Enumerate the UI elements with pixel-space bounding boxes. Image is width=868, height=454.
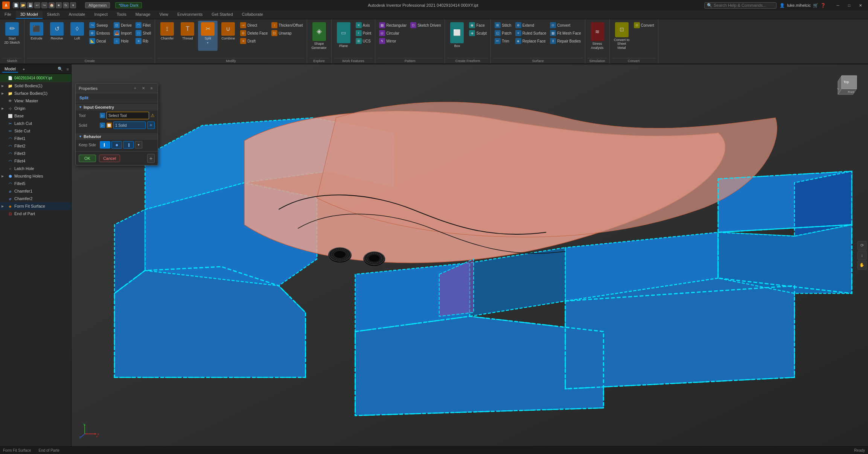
solid-input[interactable]: 1 Solid [113, 121, 146, 129]
btn-mirror[interactable]: ↯Mirror [378, 37, 408, 45]
tab-annotate[interactable]: Annotate [64, 11, 90, 19]
btn-trim[interactable]: ✂Trim [493, 37, 513, 45]
btn-ruled-surface[interactable]: ≡Ruled Surface [514, 29, 548, 37]
btn-thicken[interactable]: ↕Thicken/Offset [270, 21, 304, 29]
tree-side-cut[interactable]: ✂ Side Cut [0, 127, 71, 135]
tree-fillet5[interactable]: ◠ Fillet5 [0, 180, 71, 187]
open-btn[interactable]: 📂 [20, 2, 26, 8]
btn-extend[interactable]: ⊕Extend [514, 21, 548, 29]
search-tree-icon[interactable]: 🔍 [58, 67, 63, 71]
rt-tool-1[interactable]: ⟳ [857, 241, 866, 250]
mark-btn[interactable]: ★ [56, 2, 62, 8]
workspace-label[interactable]: Allgemein [85, 2, 110, 8]
tree-solid-bodies[interactable]: ▶ 📁 Solid Bodies(1) [0, 82, 71, 90]
tree-fillet2[interactable]: ◠ Fillet2 [0, 142, 71, 150]
tree-chamfer2[interactable]: ⌀ Chamfer2 [0, 195, 71, 202]
tab-sketch[interactable]: Sketch [43, 11, 64, 19]
ks-dropdown[interactable]: ▾ [135, 141, 142, 149]
viewcube[interactable]: Top L Front [830, 72, 860, 102]
btn-rib[interactable]: ≡Rib [134, 37, 152, 45]
tree-end-of-part[interactable]: ⊡ End of Part [0, 210, 71, 217]
btn-import[interactable]: 📥Import [112, 29, 133, 37]
tree-view-master[interactable]: 👁 View: Master [0, 97, 71, 105]
btn-sweep[interactable]: 〜Sweep [88, 21, 111, 29]
tree-latch-cut[interactable]: ✂ Latch Cut [0, 120, 71, 127]
props-tab-split[interactable]: Split [76, 93, 158, 102]
btn-fillet[interactable]: ◠Fillet [134, 21, 152, 29]
ks-btn-1[interactable]: ▍ [100, 141, 110, 149]
btn-revolve[interactable]: ↺ Revolve [47, 21, 67, 51]
tree-chamfer1[interactable]: ⌀ Chamfer1 [0, 187, 71, 195]
btn-fit-mesh-face[interactable]: ▦Fit Mesh Face [548, 29, 582, 37]
btn-face[interactable]: ◉Face [468, 21, 488, 29]
tab-3dmodel[interactable]: 3D Model [16, 11, 43, 19]
btn-derive[interactable]: ⊡Derive [112, 21, 133, 29]
minimize-btn[interactable]: ─ [833, 1, 843, 9]
behavior-header[interactable]: ▼ Behavior [76, 133, 158, 140]
btn-convert[interactable]: ⊙Convert [632, 21, 656, 29]
input-geometry-header[interactable]: ▼ Input Geometry [76, 104, 158, 111]
ks-btn-2[interactable]: ◼ [111, 141, 122, 149]
filter-icon[interactable]: ≡ [67, 67, 69, 71]
btn-replace-face[interactable]: ◈Replace Face [514, 37, 548, 45]
tab-view[interactable]: View [155, 11, 173, 19]
search-bar[interactable]: 🔍 [704, 2, 777, 9]
btn-box[interactable]: ⬜ Box [447, 21, 467, 51]
ks-btn-3[interactable]: ▐ [123, 141, 134, 149]
theme-selector[interactable]: *Blue Dark [115, 3, 142, 8]
close-btn[interactable]: ✕ [855, 1, 866, 9]
tab-plus[interactable]: + [20, 66, 27, 72]
tree-fillet3[interactable]: ◠ Fillet3 [0, 150, 71, 157]
solid-add-btn[interactable]: + [147, 121, 155, 129]
btn-thread[interactable]: T Thread [178, 21, 197, 51]
props-menu[interactable]: ≡ [149, 85, 155, 91]
btn-rectangular[interactable]: ▦Rectangular [378, 21, 408, 29]
btn-hole[interactable]: ○Hole [112, 37, 133, 45]
btn-shell[interactable]: □Shell [134, 29, 152, 37]
btn-ucs[interactable]: ⊞UCS [354, 37, 373, 45]
search-input[interactable] [714, 3, 774, 8]
btn-convert-surf[interactable]: ⊙Convert [548, 21, 582, 29]
btn-sketch-driven[interactable]: ⊡Sketch Driven [409, 21, 442, 29]
tab-manage[interactable]: Manage [131, 11, 155, 19]
btn-direct[interactable]: ⊸Direct [239, 21, 269, 29]
tree-form-fit-surface[interactable]: ▶ ◈ Form Fit Surface [0, 202, 71, 210]
btn-plane[interactable]: ▭ Plane [334, 21, 353, 51]
btn-decal[interactable]: 📐Decal [88, 37, 111, 45]
tree-mounting-holes[interactable]: ▶ ⬢ Mounting Holes [0, 172, 71, 180]
btn-unwrap[interactable]: ⊡Unwrap [270, 29, 304, 37]
tab-file[interactable]: File [0, 11, 16, 19]
params-btn[interactable]: fx [63, 2, 69, 8]
btn-draft[interactable]: ≡Draft [239, 37, 269, 45]
home-btn[interactable]: 🏠 [49, 2, 55, 8]
tree-surface-bodies[interactable]: ▶ 📁 Surface Bodies(1) [0, 90, 71, 97]
btn-extrude[interactable]: ⬛ Extrude [27, 21, 46, 51]
tab-model[interactable]: Model [2, 66, 18, 73]
new-btn[interactable]: 📄 [13, 2, 19, 8]
btn-sculpt[interactable]: ◈Sculpt [468, 29, 488, 37]
cart-icon[interactable]: 🛒 [813, 3, 818, 8]
tree-latch-hole[interactable]: ○ Latch Hole [0, 165, 71, 172]
tab-getstarted[interactable]: Get Started [207, 11, 237, 19]
dropdown-btn[interactable]: ▾ [70, 2, 76, 8]
tool-input[interactable]: Select Tool [107, 112, 149, 119]
redo-btn[interactable]: ↪ [41, 2, 47, 8]
btn-split[interactable]: ✂ Split ▾ [198, 21, 218, 51]
btn-convert-sheet-metal[interactable]: ⊡ Convert toSheet Metal [612, 21, 632, 51]
btn-stitch[interactable]: ⊞Stitch [493, 21, 513, 29]
tab-inspect[interactable]: Inspect [90, 11, 112, 19]
btn-delete-face[interactable]: ⊝Delete Face [239, 29, 269, 37]
tab-collaborate[interactable]: Collaborate [238, 11, 268, 19]
btn-combine[interactable]: ∪ Combine [218, 21, 238, 51]
props-close[interactable]: ✕ [140, 85, 146, 91]
tree-origin[interactable]: ▶ ⊹ Origin [0, 105, 71, 112]
ok-button[interactable]: OK [79, 155, 96, 162]
btn-loft[interactable]: ◊ Loft [67, 21, 87, 51]
footer-plus-btn[interactable]: + [147, 154, 155, 163]
tree-base[interactable]: ⬜ Base [0, 112, 71, 120]
props-add-tab[interactable]: + [132, 85, 138, 91]
viewport[interactable]: Top L Front X Y Z ✕ ⟳ ↕ ✋ [72, 64, 868, 446]
btn-repair-bodies[interactable]: ⊻Repair Bodies [548, 37, 582, 45]
undo-btn[interactable]: ↩ [34, 2, 40, 8]
btn-emboss[interactable]: ⊛Emboss [88, 29, 111, 37]
